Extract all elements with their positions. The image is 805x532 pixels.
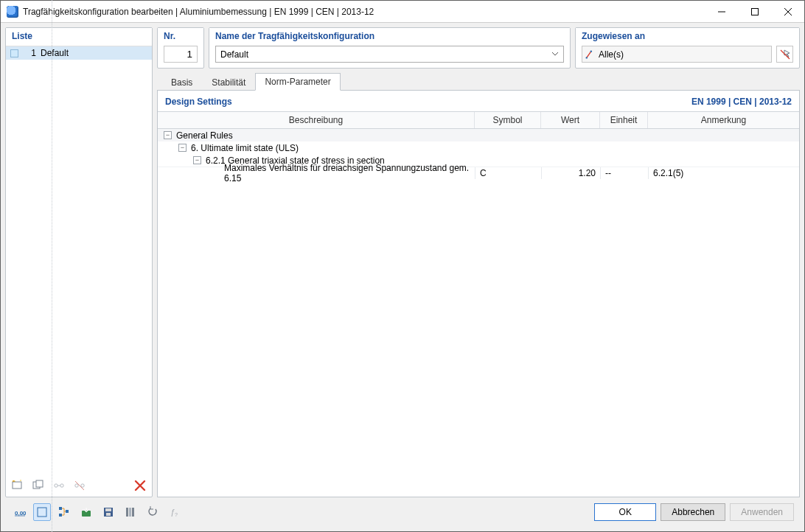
section-title: Design Settings xyxy=(165,97,232,107)
grid-header: Beschreibung Symbol Wert Einheit Anmerku… xyxy=(158,111,799,129)
svg-rect-23 xyxy=(132,508,134,517)
nr-label: Nr. xyxy=(158,28,203,46)
list-item-label: Default xyxy=(41,48,69,58)
tab-basis[interactable]: Basis xyxy=(161,74,202,91)
library-button[interactable] xyxy=(122,503,139,521)
assigned-panel: Zugewiesen an Alle(s) xyxy=(575,27,800,69)
svg-rect-21 xyxy=(126,508,128,517)
col-note: Anmerkung xyxy=(648,112,799,128)
list-toolbar xyxy=(6,475,152,497)
name-combobox-value: Default xyxy=(220,49,248,60)
collapse-icon[interactable] xyxy=(193,156,201,164)
param-note: 6.2.1(5) xyxy=(648,167,799,179)
name-panel: Name der Tragfähigkeitskonfiguration Def… xyxy=(209,27,571,69)
svg-point-6 xyxy=(55,484,58,487)
swatch-icon xyxy=(10,49,18,57)
param-symbol: C xyxy=(475,167,541,179)
section-norm: EN 1999 | CEN | 2013-12 xyxy=(691,97,792,107)
svg-rect-19 xyxy=(105,508,111,511)
assigned-label: Zugewiesen an xyxy=(576,28,799,46)
tree-node-label: 6.2.1 General triaxial state of stress i… xyxy=(206,155,385,166)
svg-rect-15 xyxy=(59,514,62,517)
svg-rect-13 xyxy=(38,508,46,517)
list-header: Liste xyxy=(6,28,152,46)
apply-button: Anwenden xyxy=(730,503,794,521)
settings-panel: Design Settings EN 1999 | CEN | 2013-12 … xyxy=(157,91,800,497)
import-button[interactable] xyxy=(77,503,95,521)
close-button[interactable] xyxy=(771,1,804,23)
chevron-down-icon xyxy=(551,49,559,60)
window: Tragfähigkeitskonfiguration bearbeiten |… xyxy=(0,0,805,532)
pick-in-view-button[interactable] xyxy=(776,46,793,63)
svg-marker-3 xyxy=(20,480,21,481)
assigned-field[interactable]: Alle(s) xyxy=(582,46,772,63)
link-button[interactable] xyxy=(50,477,68,494)
new-button[interactable] xyxy=(9,477,27,494)
svg-point-8 xyxy=(75,484,78,487)
name-label: Name der Tragfähigkeitskonfiguration xyxy=(209,28,570,46)
nr-input[interactable] xyxy=(164,46,198,63)
function-button[interactable]: ƒ? xyxy=(166,503,184,521)
collapse-icon[interactable] xyxy=(164,131,172,139)
units-button[interactable]: 0,00 xyxy=(11,503,29,521)
svg-rect-14 xyxy=(59,507,62,510)
settings-tree[interactable]: General Rules 6. Ultimate limit state (U… xyxy=(158,129,799,497)
col-description: Beschreibung xyxy=(158,112,475,128)
tree-node-621[interactable]: 6.2.1 General triaxial state of stress i… xyxy=(158,154,799,167)
tree-view-button[interactable] xyxy=(55,503,73,521)
tab-norm-parameter[interactable]: Norm-Parameter xyxy=(255,73,340,91)
svg-rect-5 xyxy=(36,480,43,487)
client-area: Liste 1 Default xyxy=(1,23,804,531)
reset-button[interactable] xyxy=(144,503,161,521)
tree-node-label: 6. Ultimate limit state (ULS) xyxy=(191,143,299,153)
maximize-button[interactable] xyxy=(738,1,771,23)
copy-button[interactable] xyxy=(29,477,47,494)
tab-stability[interactable]: Stabilität xyxy=(202,74,255,91)
svg-rect-2 xyxy=(13,482,21,489)
title-bar: Tragfähigkeitskonfiguration bearbeiten |… xyxy=(1,1,804,23)
save-button[interactable] xyxy=(100,503,117,521)
param-unit: -- xyxy=(600,167,648,179)
col-value: Wert xyxy=(541,112,600,128)
assigned-value: Alle(s) xyxy=(599,49,624,60)
svg-point-11 xyxy=(590,50,592,52)
col-unit: Einheit xyxy=(600,112,648,128)
window-title: Tragfähigkeitskonfiguration bearbeiten |… xyxy=(23,7,705,17)
param-value[interactable]: 1.20 xyxy=(541,167,600,179)
view-toggle-button[interactable] xyxy=(33,503,51,521)
tree-node-label: General Rules xyxy=(176,130,233,141)
cancel-button[interactable]: Abbrechen xyxy=(661,503,725,521)
tree-node-general-rules[interactable]: General Rules xyxy=(158,129,799,141)
svg-rect-0 xyxy=(751,8,758,15)
list-item[interactable]: 1 Default xyxy=(6,46,152,60)
minimize-button[interactable] xyxy=(705,1,738,23)
col-symbol: Symbol xyxy=(475,112,541,128)
list-item-index: 1 xyxy=(23,48,36,58)
ok-button[interactable]: OK xyxy=(594,503,656,521)
app-icon xyxy=(7,6,18,18)
svg-rect-16 xyxy=(66,510,69,513)
name-combobox[interactable]: Default xyxy=(215,46,564,63)
delete-button[interactable] xyxy=(131,477,149,494)
svg-point-7 xyxy=(60,484,63,487)
parameter-row[interactable]: Maximales Verhältnis für dreiachsigen Sp… xyxy=(158,167,799,179)
members-icon xyxy=(585,49,596,60)
svg-rect-22 xyxy=(129,508,131,517)
nr-panel: Nr. xyxy=(157,27,204,69)
tab-bar: Basis Stabilität Norm-Parameter xyxy=(157,73,800,91)
svg-text:?: ? xyxy=(175,512,178,517)
unlink-button[interactable] xyxy=(71,477,88,494)
tree-node-uls[interactable]: 6. Ultimate limit state (ULS) xyxy=(158,141,799,154)
svg-point-9 xyxy=(81,484,84,487)
list-box[interactable]: 1 Default xyxy=(6,46,152,475)
list-panel: Liste 1 Default xyxy=(5,27,153,497)
right-column: Nr. Name der Tragfähigkeitskonfiguration… xyxy=(157,27,800,497)
collapse-icon[interactable] xyxy=(178,144,187,152)
footer-bar: 0,00 xyxy=(5,497,800,527)
svg-point-10 xyxy=(586,57,588,58)
svg-rect-20 xyxy=(106,513,111,516)
